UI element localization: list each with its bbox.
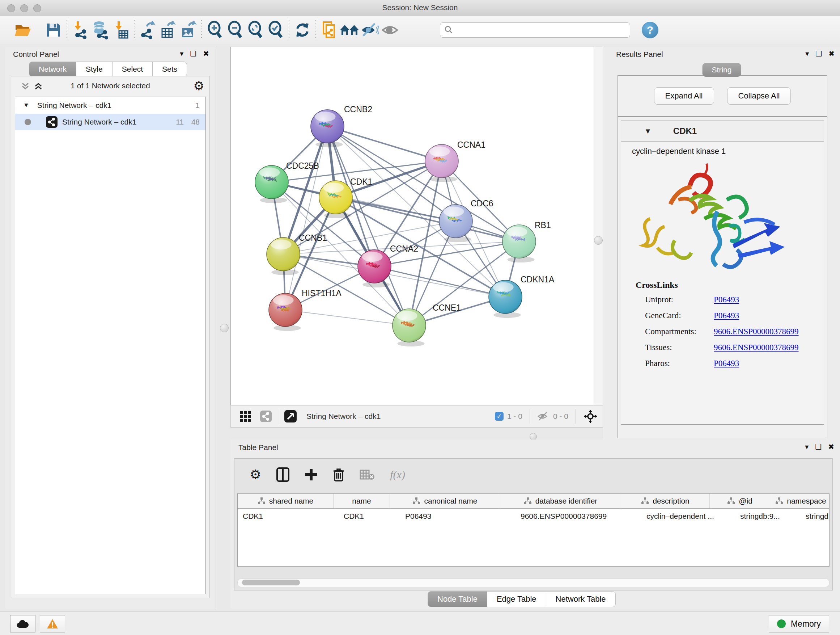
tree-expander-icon[interactable]: ▼	[23, 102, 29, 109]
help-button[interactable]: ?	[642, 22, 658, 38]
right-splitter-handle[interactable]	[594, 236, 603, 245]
panel-float-icon[interactable]: ❑	[815, 50, 822, 57]
node-label: CCNA1	[457, 140, 485, 149]
show-graphics-details-button[interactable]	[380, 20, 400, 40]
add-column-icon[interactable]	[305, 468, 317, 481]
crosslink-link[interactable]: 9606.ENSP00000378699	[714, 327, 799, 336]
network-canvas[interactable]: CCNB2CCNA1CDC25BCDK1CDC6RB1CCNB1CCNA2CDK…	[231, 47, 594, 405]
network-options-gear-icon[interactable]: ⚙	[194, 79, 204, 93]
tab-node-table[interactable]: Node Table	[428, 591, 487, 607]
export-image-icon	[180, 21, 197, 40]
column-header-shared-name[interactable]: shared name	[238, 494, 333, 508]
hidden-counts: 0 - 0	[553, 412, 568, 421]
export-image-button[interactable]	[178, 20, 198, 40]
tree-column-icon	[775, 497, 783, 505]
left-splitter-handle[interactable]	[220, 324, 229, 333]
protein-card: ▼ CDK1 cyclin–dependent kinase 1	[621, 120, 824, 424]
new-network-from-selection-button[interactable]	[319, 20, 339, 40]
show-columns-icon[interactable]	[276, 467, 289, 482]
crosslink-label: Pharos:	[645, 359, 714, 368]
export-table-icon	[159, 21, 177, 40]
save-session-button[interactable]	[43, 20, 64, 40]
apply-layout-button[interactable]	[292, 20, 313, 40]
hide-selected-button[interactable]	[360, 20, 380, 40]
network-row-selected[interactable]: String Network – cdk1 11 48	[15, 114, 205, 130]
tree-column-icon	[412, 497, 420, 505]
panel-float-icon[interactable]: ❑	[815, 443, 821, 450]
expand-all-button[interactable]: Expand All	[654, 87, 714, 105]
network-share-icon[interactable]	[260, 410, 272, 423]
zoom-in-button[interactable]	[205, 20, 225, 40]
toolbar-separator	[134, 20, 134, 40]
warnings-button[interactable]	[40, 615, 65, 632]
column-header-database-identifier[interactable]: database identifier	[500, 494, 621, 508]
tab-string[interactable]: String	[703, 63, 741, 77]
panel-menu-icon[interactable]: ▾	[180, 50, 183, 57]
import-table-file-button[interactable]	[111, 20, 131, 40]
zoom-fit-button[interactable]	[245, 20, 265, 40]
toolbar-separator	[289, 20, 289, 40]
cell-description: cyclin–dependent ...	[641, 512, 735, 521]
tab-edge-table[interactable]: Edge Table	[487, 591, 546, 607]
delete-column-trash-icon[interactable]	[333, 467, 344, 482]
birdseye-grid-icon[interactable]	[240, 410, 252, 423]
table-row[interactable]: CDK1 CDK1 P06493 9606.ENSP00000378699 cy…	[238, 509, 829, 524]
panel-close-icon[interactable]: ✖	[203, 50, 209, 57]
column-header-canonical-name[interactable]: canonical name	[390, 494, 500, 508]
cell-id: stringdb:9...	[735, 512, 801, 521]
tab-select[interactable]: Select	[112, 62, 153, 77]
houses-icon	[339, 22, 360, 38]
export-table-button[interactable]	[158, 20, 178, 40]
zoom-selected-button[interactable]	[265, 20, 286, 40]
network-node[interactable]: RB1	[502, 220, 551, 263]
zoom-out-button[interactable]	[225, 20, 245, 40]
panel-close-icon[interactable]: ✖	[829, 50, 835, 57]
bottom-splitter-handle[interactable]	[530, 433, 537, 440]
protein-name: CDK1	[673, 126, 697, 136]
network-node[interactable]: CDC25B	[255, 161, 319, 203]
table-header-row: shared name name canonical name database…	[238, 494, 829, 509]
home-button[interactable]	[339, 20, 360, 40]
selected-checkbox-icon[interactable]: ✓	[495, 412, 504, 421]
protein-card-header[interactable]: ▼ CDK1	[621, 121, 824, 141]
collapse-triangle-icon[interactable]: ▼	[644, 127, 652, 135]
panel-close-icon[interactable]: ✖	[828, 443, 834, 450]
column-header-namespace[interactable]: namespace	[770, 494, 829, 508]
table-options-gear-icon[interactable]: ⚙	[249, 467, 261, 482]
crosslink-link[interactable]: 9606.ENSP00000378699	[714, 343, 799, 352]
memory-button[interactable]: Memory	[769, 615, 829, 632]
panel-menu-icon[interactable]: ▾	[805, 50, 809, 57]
network-graph[interactable]: CCNB2CCNA1CDC25BCDK1CDC6RB1CCNB1CCNA2CDK…	[231, 47, 594, 405]
network-node[interactable]: HIST1H1A	[269, 288, 342, 331]
open-session-button[interactable]	[13, 20, 33, 40]
node-count: 11	[176, 118, 184, 126]
column-header-description[interactable]: description	[621, 494, 710, 508]
canvas-right-scrollbar[interactable]	[594, 47, 603, 405]
tab-network-table[interactable]: Network Table	[546, 591, 616, 607]
detach-view-icon[interactable]	[284, 410, 297, 423]
cloud-status-button[interactable]	[10, 615, 35, 632]
column-header-name[interactable]: name	[333, 494, 390, 508]
pan-crosshair-icon[interactable]	[583, 409, 598, 424]
network-node[interactable]: CDKN1A	[489, 275, 554, 318]
network-node[interactable]: CCNB2	[311, 105, 372, 147]
export-network-button[interactable]	[137, 20, 158, 40]
search-input[interactable]	[440, 22, 630, 38]
panel-menu-icon[interactable]: ▾	[805, 443, 808, 450]
scrollbar-thumb[interactable]	[242, 580, 300, 585]
collapse-all-button[interactable]: Collapse All	[727, 87, 791, 105]
tab-network[interactable]: Network	[29, 62, 76, 77]
table-horizontal-scrollbar[interactable]	[237, 578, 829, 587]
import-network-database-button[interactable]	[90, 20, 111, 40]
crosslink-link[interactable]: P06493	[714, 359, 739, 368]
crosslink-link[interactable]: P06493	[714, 311, 739, 320]
import-network-file-button[interactable]	[70, 20, 90, 40]
column-header-id[interactable]: @id	[710, 494, 770, 508]
tab-style[interactable]: Style	[76, 62, 112, 77]
node-table: shared name name canonical name database…	[237, 494, 829, 567]
panel-float-icon[interactable]: ❑	[190, 50, 196, 57]
network-collection-row[interactable]: ▼ String Network – cdk1 1	[15, 97, 205, 114]
crosslink-link[interactable]: P06493	[714, 295, 739, 304]
tab-sets[interactable]: Sets	[153, 62, 187, 77]
toolbar-separator	[316, 20, 316, 40]
